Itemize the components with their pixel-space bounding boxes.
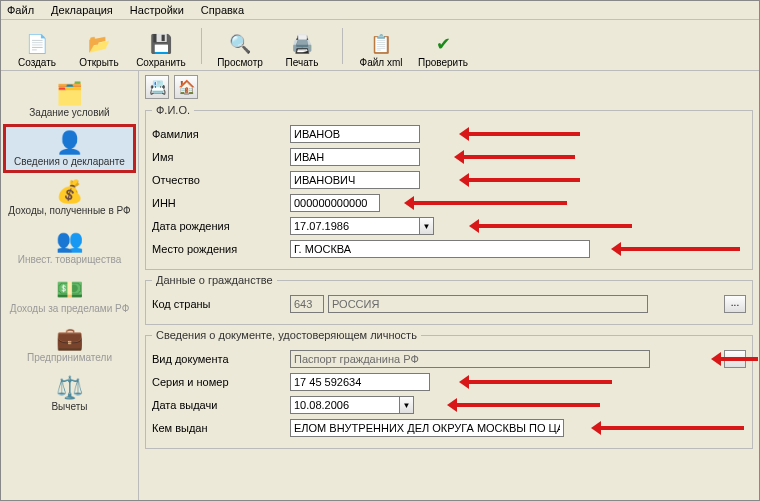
briefcase-icon: 💼	[56, 326, 83, 352]
label-issue-date: Дата выдачи	[152, 399, 290, 411]
print-button[interactable]: 🖨️Печать	[272, 24, 332, 68]
printer-icon: 🖨️	[291, 33, 313, 55]
sidebar-item-income-abroad: 💵Доходы за пределами РФ	[1, 271, 138, 320]
group-fio-legend: Ф.И.О.	[152, 104, 194, 116]
label-surname: Фамилия	[152, 128, 290, 140]
tree-icon: 🗂️	[56, 81, 83, 107]
magnifier-icon: 🔍	[229, 33, 251, 55]
toolbar: 📄Создать 📂Открыть 💾Сохранить 🔍Просмотр 🖨…	[1, 20, 759, 71]
open-button[interactable]: 📂Открыть	[69, 24, 129, 68]
input-doc-type	[290, 350, 650, 368]
arrow-icon	[714, 357, 758, 361]
xml-file-icon: 📋	[370, 33, 392, 55]
arrow-icon	[462, 132, 580, 136]
input-issue-date[interactable]	[290, 396, 400, 414]
preview-button[interactable]: 🔍Просмотр	[210, 24, 270, 68]
arrow-icon	[614, 247, 740, 251]
input-country-name	[328, 295, 648, 313]
sidebar-item-conditions[interactable]: 🗂️Задание условий	[1, 75, 138, 124]
create-button[interactable]: 📄Создать	[7, 24, 67, 68]
country-browse-button[interactable]: ...	[724, 295, 746, 313]
input-birthdate[interactable]	[290, 217, 420, 235]
label-name: Имя	[152, 151, 290, 163]
label-patronymic: Отчество	[152, 174, 290, 186]
group-citizenship: Данные о гражданстве Код страны ...	[145, 274, 753, 325]
sidebar-item-entrepreneur: 💼Предприниматели	[1, 320, 138, 369]
sidebar-item-income-rf[interactable]: 💰Доходы, полученные в РФ	[1, 173, 138, 222]
menu-file[interactable]: Файл	[7, 4, 34, 16]
input-country-code	[290, 295, 324, 313]
diskette-icon: 💾	[150, 33, 172, 55]
arrow-icon	[407, 201, 567, 205]
group-document-legend: Сведения о документе, удостоверяющем лич…	[152, 329, 421, 341]
arrow-icon	[462, 178, 580, 182]
label-country-code: Код страны	[152, 298, 290, 310]
arrow-icon	[594, 426, 744, 430]
input-surname[interactable]	[290, 125, 420, 143]
sidebar: 🗂️Задание условий 👤Сведения о декларанте…	[1, 71, 139, 500]
save-button[interactable]: 💾Сохранить	[131, 24, 191, 68]
label-inn: ИНН	[152, 197, 290, 209]
mode-person-icon[interactable]: 📇	[145, 75, 169, 99]
arrow-icon	[450, 403, 600, 407]
label-issued-by: Кем выдан	[152, 422, 290, 434]
check-button[interactable]: ✔Проверить	[413, 24, 473, 68]
person-card-icon: 👤	[56, 130, 83, 156]
group-document: Сведения о документе, удостоверяющем лич…	[145, 329, 753, 449]
new-doc-icon: 📄	[26, 33, 48, 55]
label-series-num: Серия и номер	[152, 376, 290, 388]
scales-icon: ⚖️	[56, 375, 83, 401]
input-series-num[interactable]	[290, 373, 430, 391]
input-issued-by[interactable]	[290, 419, 564, 437]
mode-house-icon[interactable]: 🏠	[174, 75, 198, 99]
label-birthplace: Место рождения	[152, 243, 290, 255]
input-inn[interactable]	[290, 194, 380, 212]
check-icon: ✔	[436, 33, 451, 55]
input-name[interactable]	[290, 148, 420, 166]
separator	[201, 28, 202, 64]
arrow-icon	[472, 224, 632, 228]
input-birthplace[interactable]	[290, 240, 590, 258]
folder-open-icon: 📂	[88, 33, 110, 55]
birthdate-dropdown[interactable]: ▼	[420, 217, 434, 235]
group-fio: Ф.И.О. Фамилия Имя Отчество ИНН Дата рож…	[145, 104, 753, 270]
label-doc-type: Вид документа	[152, 353, 290, 365]
menu-settings[interactable]: Настройки	[130, 4, 184, 16]
separator	[342, 28, 343, 64]
group-icon: 👥	[56, 228, 83, 254]
xml-button[interactable]: 📋Файл xml	[351, 24, 411, 68]
issue-date-dropdown[interactable]: ▼	[400, 396, 414, 414]
moneybag-icon: 💵	[56, 277, 83, 303]
arrow-icon	[462, 380, 612, 384]
sidebar-item-deductions[interactable]: ⚖️Вычеты	[1, 369, 138, 418]
mode-icons: 📇 🏠	[139, 71, 759, 103]
group-citizenship-legend: Данные о гражданстве	[152, 274, 277, 286]
label-birthdate: Дата рождения	[152, 220, 290, 232]
content-pane: 📇 🏠 Ф.И.О. Фамилия Имя Отчество ИНН Дата…	[139, 71, 759, 500]
money-icon: 💰	[56, 179, 83, 205]
menu-declaration[interactable]: Декларация	[51, 4, 113, 16]
sidebar-item-invest: 👥Инвест. товарищества	[1, 222, 138, 271]
menu-help[interactable]: Справка	[201, 4, 244, 16]
input-patronymic[interactable]	[290, 171, 420, 189]
sidebar-item-declarant[interactable]: 👤Сведения о декларанте	[3, 124, 136, 173]
arrow-icon	[457, 155, 575, 159]
menubar: Файл Декларация Настройки Справка	[1, 1, 759, 20]
